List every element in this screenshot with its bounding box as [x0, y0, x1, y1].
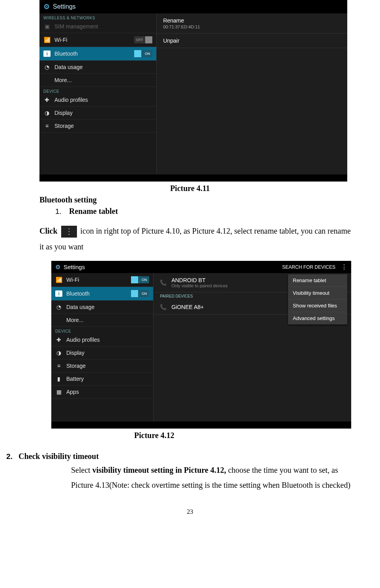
- sidebar-item-battery[interactable]: ▮ Battery: [51, 373, 153, 386]
- audio-icon: ✚: [55, 337, 62, 343]
- sidebar-item-label: SIM management: [54, 23, 98, 30]
- sidebar-item-label: Display: [54, 110, 73, 116]
- settings-sidebar: 📶 Wi-Fi ᚼ Bluetooth ◔ Data usage More...: [51, 273, 153, 421]
- screenshot-4-11: ⚙ Settings WIRELESS & NETWORKS ▣ SIM man…: [39, 0, 347, 182]
- sidebar-item-storage[interactable]: ≡ Storage: [39, 120, 156, 133]
- settings-icon: ⚙: [43, 2, 50, 11]
- unpair-option[interactable]: Unpair: [157, 34, 347, 48]
- menu-rename-tablet[interactable]: Rename tablet: [288, 274, 347, 287]
- overflow-menu: Rename tablet Visibility timeout Show re…: [288, 274, 347, 324]
- menu-visibility-timeout[interactable]: Visibility timeout: [288, 287, 347, 300]
- window-title: Settings: [64, 264, 85, 270]
- paragraph-1: Click icon in right top of Picture 4.10,…: [39, 223, 355, 255]
- bluetooth-setting-heading: Bluetooth setting: [39, 195, 376, 204]
- figure-caption: Picture 4.12: [134, 431, 376, 440]
- figure-caption: Picture 4.11: [4, 184, 376, 193]
- screenshot-4-12: ⚙Settings SEARCH FOR DEVICES ⋮ Rename ta…: [51, 261, 351, 429]
- sidebar-item-audio[interactable]: ✚ Audio profiles: [39, 94, 156, 107]
- nav-bar: [51, 421, 351, 429]
- list-label: Check visibility timeout: [19, 452, 99, 461]
- sidebar-item-label: Audio profiles: [66, 337, 100, 343]
- list-item-2: 2. Check visibility timeout: [6, 452, 376, 461]
- phone-icon: 📞: [160, 279, 167, 286]
- phone-icon: 📞: [160, 304, 167, 310]
- storage-icon: ≡: [43, 123, 51, 129]
- list-label: Rename tablet: [69, 207, 118, 215]
- list-number: 1.: [55, 207, 67, 216]
- settings-sidebar: WIRELESS & NETWORKS ▣ SIM management 📶 W…: [39, 13, 157, 174]
- sidebar-item-label: Bluetooth: [54, 51, 78, 57]
- bluetooth-icon: ᚼ: [43, 51, 51, 57]
- para2-a: Select: [71, 466, 92, 474]
- sidebar-item-label: Apps: [66, 389, 79, 395]
- sim-icon: ▣: [43, 23, 51, 30]
- sidebar-item-bluetooth[interactable]: ᚼ Bluetooth: [39, 47, 156, 61]
- sidebar-item-label: More...: [54, 77, 72, 83]
- rename-option[interactable]: Rename 00:71:37:ED:4D:11: [157, 13, 347, 34]
- storage-icon: ≡: [55, 363, 62, 369]
- window-titlebar: ⚙ Settings: [39, 0, 347, 13]
- section-wireless-header: WIRELESS & NETWORKS: [39, 13, 156, 20]
- display-icon: ◑: [55, 350, 62, 356]
- data-usage-icon: ◔: [55, 304, 62, 310]
- search-devices-button[interactable]: SEARCH FOR DEVICES: [282, 264, 335, 270]
- rename-mac: 00:71:37:ED:4D:11: [163, 24, 341, 29]
- window-title: Settings: [53, 3, 76, 10]
- sidebar-item-label: Audio profiles: [54, 97, 88, 103]
- device-name: ANDROID BT: [171, 277, 227, 283]
- section-device-header: DEVICE: [39, 87, 156, 94]
- list-number: 2.: [6, 452, 17, 461]
- display-icon: ◑: [43, 110, 51, 116]
- sidebar-item-data-usage[interactable]: ◔ Data usage: [51, 301, 153, 314]
- section-device-header: DEVICE: [51, 327, 153, 333]
- sidebar-item-data-usage[interactable]: ◔ Data usage: [39, 61, 156, 74]
- sidebar-item-label: Wi-Fi: [54, 37, 67, 43]
- sidebar-item-label: Battery: [66, 376, 84, 382]
- sidebar-item-wifi[interactable]: 📶 Wi-Fi: [39, 33, 156, 47]
- nav-bar: [39, 174, 347, 182]
- settings-icon: ⚙Settings: [55, 264, 85, 271]
- menu-show-received-files[interactable]: Show received files: [288, 300, 347, 312]
- sidebar-item-bluetooth[interactable]: ᚼ Bluetooth: [51, 287, 153, 301]
- sidebar-item-audio[interactable]: ✚ Audio profiles: [51, 333, 153, 346]
- overflow-menu-icon[interactable]: ⋮: [341, 263, 347, 271]
- paragraph-2: Select visibility timeout setting in Pic…: [71, 463, 355, 492]
- overflow-menu-icon: [61, 226, 77, 238]
- sidebar-item-more[interactable]: More...: [39, 74, 156, 87]
- sidebar-item-label: Storage: [54, 123, 74, 129]
- page-number: 23: [4, 508, 376, 519]
- sidebar-item-label: Wi-Fi: [66, 277, 79, 283]
- sidebar-item-label: Storage: [66, 363, 86, 369]
- bluetooth-toggle[interactable]: [131, 290, 149, 297]
- sidebar-item-label: Display: [66, 350, 84, 356]
- device-visibility: Only visible to paired devices: [171, 283, 227, 288]
- sidebar-item-wifi[interactable]: 📶 Wi-Fi: [51, 273, 153, 287]
- action-bar: ⚙Settings SEARCH FOR DEVICES ⋮: [51, 261, 351, 273]
- paired-device-name: GiONEE A8+: [171, 304, 204, 310]
- sidebar-item-display[interactable]: ◑ Display: [51, 346, 153, 360]
- bluetooth-toggle[interactable]: [134, 50, 152, 57]
- sidebar-item-more[interactable]: More...: [51, 314, 153, 327]
- para1-rest: icon in right top of Picture 4.10, as Pi…: [39, 227, 351, 251]
- sidebar-item-apps[interactable]: ▦ Apps: [51, 386, 153, 399]
- list-item-1: 1. Rename tablet: [55, 207, 376, 216]
- sidebar-item-label: Data usage: [66, 304, 95, 310]
- sidebar-item-label: Bluetooth: [66, 290, 90, 297]
- wifi-toggle[interactable]: [134, 36, 152, 43]
- unpair-label: Unpair: [163, 37, 179, 44]
- bluetooth-icon: ᚼ: [55, 290, 62, 297]
- menu-advanced-settings[interactable]: Advanced settings: [288, 312, 347, 324]
- wifi-icon: 📶: [43, 37, 51, 43]
- sidebar-item-storage[interactable]: ≡ Storage: [51, 360, 153, 373]
- sidebar-item-label: More...: [66, 317, 84, 323]
- rename-label: Rename: [163, 17, 341, 24]
- para1-click: Click: [39, 227, 60, 235]
- sidebar-item-display[interactable]: ◑ Display: [39, 107, 156, 120]
- wifi-toggle[interactable]: [131, 276, 149, 283]
- audio-icon: ✚: [43, 97, 51, 103]
- detail-pane: Rename 00:71:37:ED:4D:11 Unpair: [157, 13, 347, 174]
- data-usage-icon: ◔: [43, 64, 51, 70]
- para2-bold: visibility timeout setting in Picture 4.…: [92, 466, 226, 474]
- apps-icon: ▦: [55, 389, 62, 395]
- sidebar-item-sim[interactable]: ▣ SIM management: [39, 20, 156, 33]
